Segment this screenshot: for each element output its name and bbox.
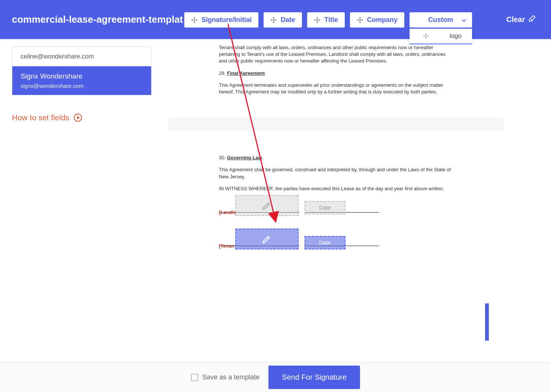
page-break [168,118,504,131]
custom-field-label: Custom [428,16,453,24]
move-icon [357,17,363,23]
save-as-template-checkbox[interactable]: Save as a template [191,373,259,381]
send-for-signature-button[interactable]: Send For Signature [268,366,360,389]
play-icon [74,114,82,122]
eraser-icon [528,15,536,25]
signature-field-label: Signature/Initial [201,16,252,24]
paragraph: This Agreement shall be governed, constr… [219,166,453,180]
move-icon [415,33,437,39]
move-icon [314,17,321,23]
document-title: commercial-lease-agreement-template- [12,14,183,25]
recipient-list: celine@wondershare.com Signx Wondershare… [12,47,152,95]
clear-label: Clear [506,15,525,24]
tenant-signature-line: [Tenan Date [219,235,453,249]
caret-down-icon [462,16,466,24]
clear-button[interactable]: Clear [506,15,536,25]
pen-icon [262,200,272,211]
sidebar: celine@wondershare.com Signx Wondershare… [12,47,152,122]
field-toolbar: Signature/Initial Date Title Company Cus… [184,12,472,28]
section-title: Governing Law [227,155,262,160]
paragraph: IN WITNESS WHEREOF, the parties have exe… [219,185,453,192]
section-heading: 29. Final Agreement. [219,70,453,77]
section-heading: 30. Governing Law. [219,154,453,161]
document-page: Tenant shall comply with all laws, order… [194,44,478,118]
signature-placeholder-landlord[interactable] [235,195,299,216]
date-placeholder-landlord[interactable]: Date [305,201,345,214]
date-placeholder-label: Date [319,239,331,246]
move-icon [270,17,277,23]
recipient-email: signx@wondershare.com [20,83,143,89]
signature-placeholder-tenant[interactable] [235,229,299,249]
how-to-set-fields-link[interactable]: How to set fields [12,113,152,122]
custom-field-dropdown[interactable]: Custom [410,12,472,28]
pen-icon [262,234,272,244]
recipient-item-selected[interactable]: Signx Wondershare signx@wondershare.com [12,66,151,95]
landlord-signature-line: [Landlo Date [219,201,453,216]
scrollbar-thumb[interactable] [485,303,489,341]
document-page: 30. Governing Law. This Agreement shall … [194,131,478,335]
date-placeholder-tenant[interactable]: Date [305,236,345,249]
header: commercial-lease-agreement-template- Sig… [0,0,551,39]
checkbox-icon [191,374,198,381]
section-title: Final Agreement [227,70,265,76]
footer: Save as a template Send For Signature [0,362,551,392]
howto-label: How to set fields [12,113,69,122]
move-icon [191,17,198,23]
date-placeholder-label: Date [319,204,331,211]
document-area[interactable]: Tenant shall comply with all laws, order… [194,39,478,351]
custom-option-logo-label: logo [445,32,467,40]
company-field-label: Company [367,16,398,24]
title-field-label: Title [324,16,338,24]
date-field-button[interactable]: Date [264,12,302,28]
paragraph: This Agreement terminates and supersedes… [219,82,453,95]
recipient-email: celine@wondershare.com [20,53,143,60]
section-number: 30. [219,155,226,160]
recipient-name: Signx Wondershare [20,72,143,80]
tenant-label: [Tenan [219,243,235,249]
title-field-button[interactable]: Title [307,12,345,28]
save-template-label: Save as a template [202,373,259,381]
recipient-item[interactable]: celine@wondershare.com [12,47,151,66]
landlord-label: [Landlo [219,209,236,216]
signature-field-button[interactable]: Signature/Initial [184,12,258,28]
company-field-button[interactable]: Company [350,12,404,28]
paragraph: Tenant shall comply with all laws, order… [219,44,453,65]
section-number: 29. [219,70,226,76]
date-field-label: Date [281,16,295,24]
